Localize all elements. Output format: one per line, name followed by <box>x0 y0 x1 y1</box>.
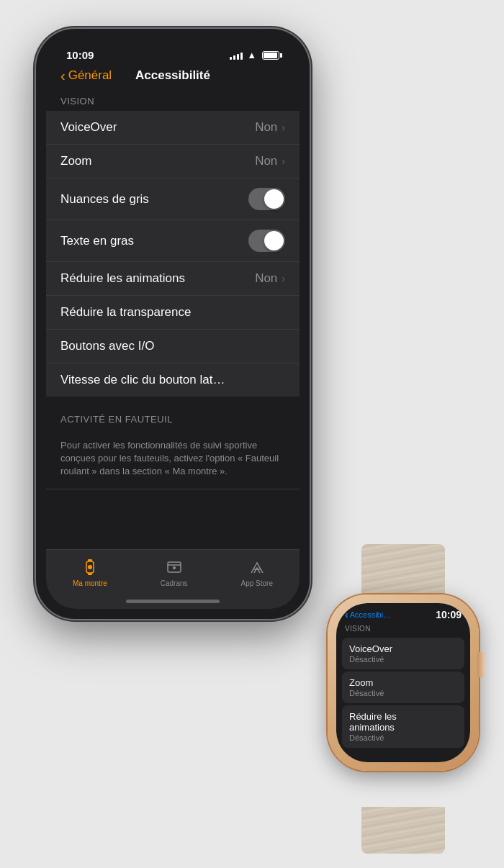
voiceover-text: Non <box>255 120 277 135</box>
bold-text-label: Texte en gras <box>60 234 134 248</box>
zoom-row[interactable]: Zoom Non › <box>46 145 300 178</box>
svg-rect-3 <box>88 573 92 575</box>
watch-animations-title: Réduire lesanimations <box>349 711 457 733</box>
chevron-right-icon: › <box>282 155 285 167</box>
watch-section-header: VISION <box>336 623 470 636</box>
vision-section-header: VISION <box>46 90 300 111</box>
bold-text-toggle[interactable] <box>248 230 285 252</box>
watch-screen: ‹ Accessibi… 10:09 VISION VoiceOver Désa… <box>336 603 470 762</box>
svg-point-5 <box>173 566 176 569</box>
activity-description: Pour activer les fonctionnalités de suiv… <box>60 439 285 479</box>
click-speed-row[interactable]: Vitesse de clic du bouton lat… <box>46 363 300 397</box>
grayscale-label: Nuances de gris <box>60 192 149 207</box>
watch-case: ‹ Accessibi… 10:09 VISION VoiceOver Désa… <box>328 595 479 771</box>
io-buttons-label: Boutons avec I/O <box>60 339 154 353</box>
watch-zoom-sub: Désactivé <box>349 689 457 697</box>
watch-voiceover-item[interactable]: VoiceOver Désactivé <box>342 638 464 669</box>
cadrans-label: Cadrans <box>161 579 188 587</box>
iphone-notch <box>119 29 227 50</box>
ma-montre-icon <box>80 557 100 577</box>
status-time: 10:09 <box>66 49 94 61</box>
zoom-label: Zoom <box>60 154 91 168</box>
reduce-transparency-label: Réduire la transparence <box>60 305 191 320</box>
watch-band-bottom <box>361 807 445 854</box>
watch-voiceover-title: VoiceOver <box>349 643 457 654</box>
battery-icon <box>262 51 279 60</box>
io-buttons-row[interactable]: Boutons avec I/O <box>46 330 300 363</box>
chevron-left-icon: ‹ <box>60 68 66 84</box>
watch-back-button: ‹ Accessibi… <box>345 609 391 620</box>
click-speed-label: Vitesse de clic du bouton lat… <box>60 373 225 387</box>
back-button[interactable]: ‹ Général <box>60 68 112 84</box>
reduce-animations-value: Non › <box>255 271 285 286</box>
status-icons: ▲ <box>230 50 279 60</box>
svg-point-1 <box>88 565 92 569</box>
apple-watch-frame: ‹ Accessibi… 10:09 VISION VoiceOver Désa… <box>317 595 490 810</box>
reduce-animations-text: Non <box>255 271 277 286</box>
activity-section-header: ACTIVITÉ EN FAUTEUIL <box>46 408 300 429</box>
cadrans-icon <box>164 557 184 577</box>
vision-settings-group: VoiceOver Non › Zoom Non › Nuanc <box>46 111 300 397</box>
page-title: Accessibilité <box>135 68 210 83</box>
chevron-right-icon: › <box>282 273 285 284</box>
tab-app-store[interactable]: App Store <box>241 557 273 587</box>
watch-time: 10:09 <box>436 609 462 620</box>
voiceover-value: Non › <box>255 120 285 135</box>
watch-back-chevron: ‹ <box>345 609 348 620</box>
activity-section: Pour activer les fonctionnalités de suiv… <box>46 429 300 489</box>
reduce-animations-row[interactable]: Réduire les animations Non › <box>46 262 300 296</box>
app-store-icon <box>247 557 267 577</box>
reduce-transparency-row[interactable]: Réduire la transparence <box>46 296 300 330</box>
settings-content: VISION VoiceOver Non › Zoom Non › <box>46 90 300 489</box>
watch-zoom-title: Zoom <box>349 677 457 688</box>
watch-status-bar: ‹ Accessibi… 10:09 <box>336 603 470 623</box>
signal-bars-icon <box>230 51 243 60</box>
tab-ma-montre[interactable]: Ma montre <box>73 557 107 587</box>
watch-crown <box>477 652 485 677</box>
home-indicator <box>126 600 220 603</box>
reduce-animations-label: Réduire les animations <box>60 271 185 286</box>
zoom-text: Non <box>255 154 277 168</box>
iphone-screen: 10:09 ▲ ‹ Général Accessibilité <box>46 39 300 609</box>
chevron-right-icon: › <box>282 122 285 133</box>
iphone-frame: 10:09 ▲ ‹ Général Accessibilité <box>36 29 310 619</box>
zoom-value: Non › <box>255 154 285 168</box>
watch-voiceover-sub: Désactivé <box>349 655 457 664</box>
ma-montre-label: Ma montre <box>73 579 107 587</box>
voiceover-row[interactable]: VoiceOver Non › <box>46 111 300 145</box>
back-label: Général <box>68 68 112 83</box>
bold-text-row[interactable]: Texte en gras <box>46 220 300 262</box>
watch-zoom-item[interactable]: Zoom Désactivé <box>342 672 464 703</box>
grayscale-row[interactable]: Nuances de gris <box>46 178 300 220</box>
voiceover-label: VoiceOver <box>60 120 117 135</box>
watch-animations-sub: Désactivé <box>349 733 457 742</box>
watch-band-top <box>361 544 445 602</box>
wifi-icon: ▲ <box>247 50 256 60</box>
watch-animations-item[interactable]: Réduire lesanimations Désactivé <box>342 705 464 748</box>
nav-bar: ‹ Général Accessibilité <box>46 65 300 90</box>
app-store-label: App Store <box>241 579 273 587</box>
svg-rect-2 <box>88 559 92 561</box>
grayscale-toggle[interactable] <box>248 188 285 210</box>
tab-cadrans[interactable]: Cadrans <box>161 557 188 587</box>
watch-back-label: Accessibi… <box>350 610 391 619</box>
